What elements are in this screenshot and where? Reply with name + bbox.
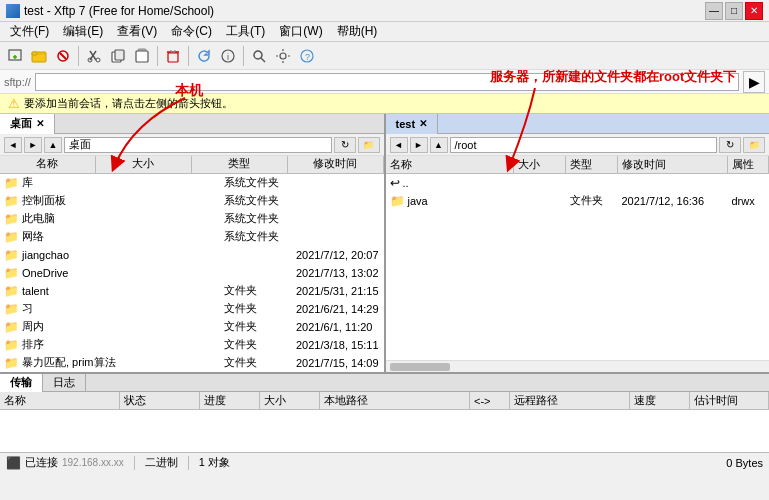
svg-rect-12: [115, 50, 124, 60]
file-icon: 📁: [4, 176, 19, 190]
menu-tools[interactable]: 工具(T): [220, 22, 271, 41]
left-forward-btn[interactable]: ►: [24, 137, 42, 153]
log-col-progress[interactable]: 进度: [200, 392, 260, 409]
menu-help[interactable]: 帮助(H): [331, 22, 384, 41]
log-col-local[interactable]: 本地路径: [320, 392, 470, 409]
refresh-btn[interactable]: [193, 45, 215, 67]
status-encoding: 二进制: [145, 455, 178, 470]
right-list-header: 名称 大小 类型 修改时间 属性: [386, 156, 770, 174]
left-panel: 桌面 ✕ ◄ ► ▲ 桌面 ↻ 📁 名称 大小 类型 修改时间: [0, 114, 386, 372]
menu-bar: 文件(F) 编辑(E) 查看(V) 命令(C) 工具(T) 窗口(W) 帮助(H…: [0, 22, 769, 42]
left-file-name: 周内: [22, 319, 44, 334]
left-new-folder-btn[interactable]: 📁: [358, 137, 380, 153]
new-session-btn[interactable]: [4, 45, 26, 67]
right-file-row[interactable]: 📁 java 文件夹 2021/7/12, 16:36 drwx: [386, 192, 770, 210]
right-up-btn[interactable]: ▲: [430, 137, 448, 153]
left-file-row[interactable]: 📁 排序 文件夹 2021/3/18, 15:11: [0, 336, 384, 354]
copy-btn[interactable]: [107, 45, 129, 67]
menu-command[interactable]: 命令(C): [165, 22, 218, 41]
delete-btn[interactable]: [162, 45, 184, 67]
left-file-row[interactable]: 📁 jiangchao 2021/7/12, 20:07: [0, 246, 384, 264]
left-file-name-cell: 📁 talent: [0, 284, 158, 298]
log-tab-log[interactable]: 日志: [43, 374, 86, 392]
left-col-size[interactable]: 大小: [96, 156, 192, 173]
log-tab-transfer[interactable]: 传输: [0, 374, 43, 392]
left-back-btn[interactable]: ◄: [4, 137, 22, 153]
maximize-button[interactable]: □: [725, 2, 743, 20]
left-file-row[interactable]: 📁 网络 系统文件夹: [0, 228, 384, 246]
left-file-row[interactable]: 📁 控制面板 系统文件夹: [0, 192, 384, 210]
left-file-type: 系统文件夹: [220, 175, 292, 190]
left-tab-desktop[interactable]: 桌面 ✕: [0, 114, 55, 134]
right-tab-test[interactable]: test ✕: [386, 114, 439, 134]
left-file-row[interactable]: 📁 talent 文件夹 2021/5/31, 21:15: [0, 282, 384, 300]
log-col-arrow[interactable]: <->: [470, 392, 510, 409]
right-back-btn[interactable]: ◄: [390, 137, 408, 153]
right-file-icon: 📁: [390, 194, 405, 208]
log-col-remote[interactable]: 远程路径: [510, 392, 630, 409]
right-scrollbar-x[interactable]: [386, 360, 770, 372]
search-btn[interactable]: [248, 45, 270, 67]
left-file-row[interactable]: 📁 周内 文件夹 2021/6/1, 11:20: [0, 318, 384, 336]
log-col-speed[interactable]: 速度: [630, 392, 690, 409]
minimize-button[interactable]: —: [705, 2, 723, 20]
right-tab-close[interactable]: ✕: [419, 118, 427, 129]
toolbar-sep1: [78, 46, 79, 66]
log-col-name[interactable]: 名称: [0, 392, 120, 409]
svg-text:?: ?: [305, 52, 310, 62]
menu-file[interactable]: 文件(F): [4, 22, 55, 41]
left-file-row[interactable]: 📁 此电脑 系统文件夹: [0, 210, 384, 228]
right-refresh-btn[interactable]: ↻: [719, 137, 741, 153]
menu-window[interactable]: 窗口(W): [273, 22, 328, 41]
left-list-header: 名称 大小 类型 修改时间: [0, 156, 384, 174]
settings-btn[interactable]: [272, 45, 294, 67]
left-col-name[interactable]: 名称: [0, 156, 96, 173]
close-button[interactable]: ✕: [745, 2, 763, 20]
address-go-btn[interactable]: ▶: [743, 71, 765, 93]
right-col-modified[interactable]: 修改时间: [618, 156, 728, 173]
log-col-size[interactable]: 大小: [260, 392, 320, 409]
file-icon: 📁: [4, 230, 19, 244]
file-icon: 📁: [4, 320, 19, 334]
left-tab-bar: 桌面 ✕: [0, 114, 384, 134]
svg-rect-4: [32, 52, 37, 55]
right-col-attr[interactable]: 属性: [728, 156, 770, 173]
right-forward-btn[interactable]: ►: [410, 137, 428, 153]
menu-edit[interactable]: 编辑(E): [57, 22, 109, 41]
left-file-row[interactable]: 📁 OneDrive 2021/7/13, 13:02: [0, 264, 384, 282]
left-file-row[interactable]: 📁 库 系统文件夹: [0, 174, 384, 192]
right-col-name[interactable]: 名称: [386, 156, 514, 173]
right-col-size[interactable]: 大小: [514, 156, 566, 173]
left-col-type[interactable]: 类型: [192, 156, 288, 173]
left-file-row[interactable]: 📁 暴力匹配, prim算法 文件夹 2021/7/15, 14:09: [0, 354, 384, 372]
cut-btn[interactable]: [83, 45, 105, 67]
left-refresh-btn[interactable]: ↻: [334, 137, 356, 153]
address-input[interactable]: [35, 73, 739, 91]
right-file-row[interactable]: ↩ ..: [386, 174, 770, 192]
left-file-row[interactable]: 📁 习 文件夹 2021/6/21, 14:29: [0, 300, 384, 318]
left-file-name: 暴力匹配, prim算法: [22, 355, 116, 370]
left-up-btn[interactable]: ▲: [44, 137, 62, 153]
open-btn[interactable]: [28, 45, 50, 67]
panels-wrapper: 桌面 ✕ ◄ ► ▲ 桌面 ↻ 📁 名称 大小 类型 修改时间: [0, 114, 769, 372]
left-file-modified: 2021/6/21, 14:29: [292, 303, 384, 315]
right-panel: test ✕ ◄ ► ▲ /root ↻ 📁 名称 大小 类型 修改时间 属性: [386, 114, 770, 372]
log-tab-bar: 传输 日志: [0, 374, 769, 392]
right-scrollbar-thumb[interactable]: [390, 363, 450, 371]
disconnect-btn[interactable]: [52, 45, 74, 67]
left-file-type: 系统文件夹: [220, 229, 292, 244]
log-col-status[interactable]: 状态: [120, 392, 200, 409]
log-col-eta[interactable]: 估计时间: [690, 392, 769, 409]
left-tab-close[interactable]: ✕: [36, 118, 44, 129]
help-btn[interactable]: ?: [296, 45, 318, 67]
left-col-modified[interactable]: 修改时间: [288, 156, 384, 173]
left-file-name-cell: 📁 周内: [0, 319, 158, 334]
right-col-type[interactable]: 类型: [566, 156, 618, 173]
properties-btn[interactable]: i: [217, 45, 239, 67]
right-new-folder-btn[interactable]: 📁: [743, 137, 765, 153]
left-file-name: 库: [22, 175, 33, 190]
paste-btn[interactable]: [131, 45, 153, 67]
svg-rect-14: [136, 51, 148, 62]
log-panel: 传输 日志 名称 状态 进度 大小 本地路径 <-> 远程路径 速度 估计时间: [0, 372, 769, 452]
menu-view[interactable]: 查看(V): [111, 22, 163, 41]
